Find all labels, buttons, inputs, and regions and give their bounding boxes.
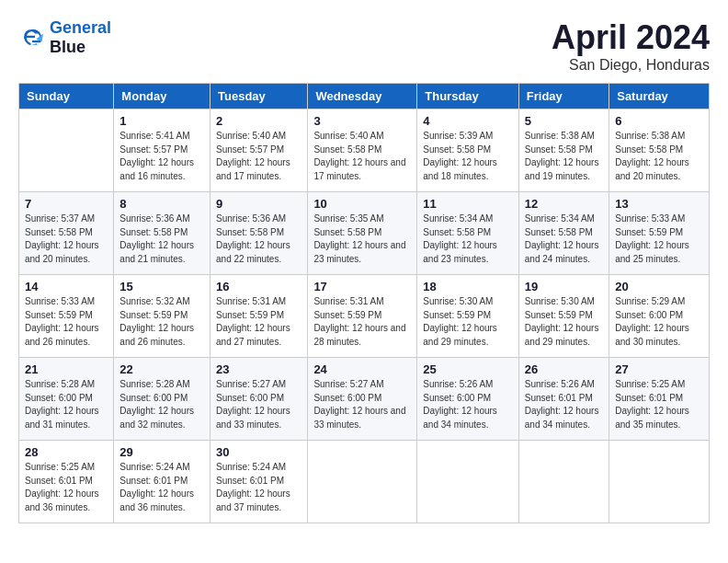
calendar-cell: 27Sunrise: 5:25 AMSunset: 6:01 PMDayligh… xyxy=(609,358,710,441)
day-number: 6 xyxy=(615,114,703,128)
day-info: Sunrise: 5:30 AMSunset: 5:59 PMDaylight:… xyxy=(525,296,599,347)
day-info: Sunrise: 5:25 AMSunset: 6:01 PMDaylight:… xyxy=(25,462,99,512)
day-info: Sunrise: 5:36 AMSunset: 5:58 PMDaylight:… xyxy=(119,213,194,264)
day-number: 1 xyxy=(119,114,204,128)
day-info: Sunrise: 5:41 AMSunset: 5:57 PMDaylight:… xyxy=(119,131,194,181)
calendar-cell: 13Sunrise: 5:33 AMSunset: 5:59 PMDayligh… xyxy=(609,192,710,275)
calendar-cell: 29Sunrise: 5:24 AMSunset: 6:01 PMDayligh… xyxy=(114,441,210,523)
col-header-sunday: Sunday xyxy=(19,84,114,109)
day-info: Sunrise: 5:39 AMSunset: 5:58 PMDaylight:… xyxy=(423,131,497,181)
day-info: Sunrise: 5:35 AMSunset: 5:58 PMDaylight:… xyxy=(313,213,405,264)
day-number: 30 xyxy=(216,445,301,459)
day-number: 13 xyxy=(615,197,703,211)
day-info: Sunrise: 5:28 AMSunset: 6:00 PMDaylight:… xyxy=(25,379,99,430)
calendar-cell: 5Sunrise: 5:38 AMSunset: 5:58 PMDaylight… xyxy=(518,109,609,192)
day-info: Sunrise: 5:38 AMSunset: 5:58 PMDaylight:… xyxy=(525,131,599,181)
day-info: Sunrise: 5:27 AMSunset: 6:00 PMDaylight:… xyxy=(216,379,290,430)
day-number: 18 xyxy=(423,280,513,293)
day-number: 24 xyxy=(313,362,411,376)
day-info: Sunrise: 5:32 AMSunset: 5:59 PMDaylight:… xyxy=(119,296,194,347)
calendar-cell: 24Sunrise: 5:27 AMSunset: 6:00 PMDayligh… xyxy=(308,358,417,441)
calendar-cell: 6Sunrise: 5:38 AMSunset: 5:58 PMDaylight… xyxy=(609,109,710,192)
location: San Diego, Honduras xyxy=(552,57,710,74)
calendar-cell: 26Sunrise: 5:26 AMSunset: 6:01 PMDayligh… xyxy=(518,358,609,441)
day-number: 21 xyxy=(25,362,108,376)
day-number: 8 xyxy=(119,197,204,211)
day-info: Sunrise: 5:36 AMSunset: 5:58 PMDaylight:… xyxy=(216,213,290,264)
day-info: Sunrise: 5:26 AMSunset: 6:00 PMDaylight:… xyxy=(423,379,497,430)
day-info: Sunrise: 5:25 AMSunset: 6:01 PMDaylight:… xyxy=(615,379,689,430)
calendar-cell: 15Sunrise: 5:32 AMSunset: 5:59 PMDayligh… xyxy=(114,275,210,358)
calendar-cell xyxy=(518,441,609,523)
day-number: 2 xyxy=(216,114,301,128)
logo: General Blue xyxy=(18,18,111,57)
day-number: 27 xyxy=(615,362,703,376)
calendar-cell: 3Sunrise: 5:40 AMSunset: 5:58 PMDaylight… xyxy=(308,109,417,192)
calendar-cell: 2Sunrise: 5:40 AMSunset: 5:57 PMDaylight… xyxy=(210,109,308,192)
day-number: 5 xyxy=(525,114,603,128)
day-info: Sunrise: 5:40 AMSunset: 5:57 PMDaylight:… xyxy=(216,131,290,181)
day-info: Sunrise: 5:31 AMSunset: 5:59 PMDaylight:… xyxy=(216,296,290,347)
day-number: 17 xyxy=(313,280,411,293)
calendar-cell: 18Sunrise: 5:30 AMSunset: 5:59 PMDayligh… xyxy=(417,275,519,358)
day-info: Sunrise: 5:33 AMSunset: 5:59 PMDaylight:… xyxy=(615,213,689,264)
day-number: 20 xyxy=(615,280,703,293)
day-number: 29 xyxy=(119,445,204,459)
day-info: Sunrise: 5:34 AMSunset: 5:58 PMDaylight:… xyxy=(525,213,599,264)
day-number: 15 xyxy=(119,280,204,293)
day-info: Sunrise: 5:31 AMSunset: 5:59 PMDaylight:… xyxy=(313,296,405,347)
day-number: 19 xyxy=(525,280,603,293)
col-header-saturday: Saturday xyxy=(609,84,710,109)
day-number: 26 xyxy=(525,362,603,376)
day-info: Sunrise: 5:34 AMSunset: 5:58 PMDaylight:… xyxy=(423,213,497,264)
day-number: 11 xyxy=(423,197,513,211)
day-info: Sunrise: 5:26 AMSunset: 6:01 PMDaylight:… xyxy=(525,379,599,430)
day-number: 9 xyxy=(216,197,301,211)
day-number: 28 xyxy=(25,445,108,459)
calendar-cell: 28Sunrise: 5:25 AMSunset: 6:01 PMDayligh… xyxy=(19,441,114,523)
day-number: 12 xyxy=(525,197,603,211)
col-header-tuesday: Tuesday xyxy=(210,84,308,109)
day-number: 3 xyxy=(313,114,411,128)
day-info: Sunrise: 5:27 AMSunset: 6:00 PMDaylight:… xyxy=(313,379,405,430)
col-header-wednesday: Wednesday xyxy=(308,84,417,109)
calendar-cell: 9Sunrise: 5:36 AMSunset: 5:58 PMDaylight… xyxy=(210,192,308,275)
calendar-cell: 30Sunrise: 5:24 AMSunset: 6:01 PMDayligh… xyxy=(210,441,308,523)
day-info: Sunrise: 5:37 AMSunset: 5:58 PMDaylight:… xyxy=(25,213,99,264)
calendar-cell: 11Sunrise: 5:34 AMSunset: 5:58 PMDayligh… xyxy=(417,192,519,275)
calendar-cell xyxy=(609,441,710,523)
day-info: Sunrise: 5:30 AMSunset: 5:59 PMDaylight:… xyxy=(423,296,497,347)
day-info: Sunrise: 5:29 AMSunset: 6:00 PMDaylight:… xyxy=(615,296,689,347)
month-title: April 2024 xyxy=(552,18,710,57)
header: General Blue April 2024 San Diego, Hondu… xyxy=(18,18,710,74)
day-number: 22 xyxy=(119,362,204,376)
day-number: 16 xyxy=(216,280,301,293)
calendar-cell: 4Sunrise: 5:39 AMSunset: 5:58 PMDaylight… xyxy=(417,109,519,192)
day-info: Sunrise: 5:28 AMSunset: 6:00 PMDaylight:… xyxy=(119,379,194,430)
calendar-cell: 12Sunrise: 5:34 AMSunset: 5:58 PMDayligh… xyxy=(518,192,609,275)
calendar-cell: 19Sunrise: 5:30 AMSunset: 5:59 PMDayligh… xyxy=(518,275,609,358)
day-info: Sunrise: 5:40 AMSunset: 5:58 PMDaylight:… xyxy=(313,131,405,181)
calendar-cell: 21Sunrise: 5:28 AMSunset: 6:00 PMDayligh… xyxy=(19,358,114,441)
day-info: Sunrise: 5:38 AMSunset: 5:58 PMDaylight:… xyxy=(615,131,689,181)
day-number: 4 xyxy=(423,114,513,128)
day-number: 10 xyxy=(313,197,411,211)
calendar-cell xyxy=(308,441,417,523)
day-number: 25 xyxy=(423,362,513,376)
col-header-monday: Monday xyxy=(114,84,210,109)
day-number: 14 xyxy=(25,280,108,293)
day-info: Sunrise: 5:33 AMSunset: 5:59 PMDaylight:… xyxy=(25,296,99,347)
col-header-friday: Friday xyxy=(518,84,609,109)
calendar-cell: 7Sunrise: 5:37 AMSunset: 5:58 PMDaylight… xyxy=(19,192,114,275)
calendar-cell: 23Sunrise: 5:27 AMSunset: 6:00 PMDayligh… xyxy=(210,358,308,441)
calendar-cell: 20Sunrise: 5:29 AMSunset: 6:00 PMDayligh… xyxy=(609,275,710,358)
calendar-cell: 22Sunrise: 5:28 AMSunset: 6:00 PMDayligh… xyxy=(114,358,210,441)
calendar-table: SundayMondayTuesdayWednesdayThursdayFrid… xyxy=(18,83,710,523)
calendar-cell: 8Sunrise: 5:36 AMSunset: 5:58 PMDaylight… xyxy=(114,192,210,275)
calendar-cell xyxy=(417,441,519,523)
day-info: Sunrise: 5:24 AMSunset: 6:01 PMDaylight:… xyxy=(216,462,290,512)
calendar-cell: 14Sunrise: 5:33 AMSunset: 5:59 PMDayligh… xyxy=(19,275,114,358)
logo-text: General Blue xyxy=(50,18,111,57)
col-header-thursday: Thursday xyxy=(417,84,519,109)
day-info: Sunrise: 5:24 AMSunset: 6:01 PMDaylight:… xyxy=(119,462,194,512)
